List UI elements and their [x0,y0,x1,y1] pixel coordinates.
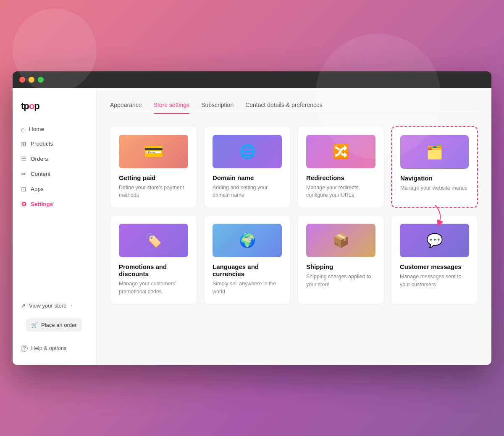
card-customer-desc: Manage messages sent to your customers [400,273,469,289]
card-languages-title: Languages and currencies [213,263,282,277]
cards-grid-row2: 🏷️ Promotions and discounts Manage your … [110,215,478,305]
view-store-label: View your store [29,303,66,309]
card-getting-paid-image: 💳 [119,135,188,168]
card-shipping-image: 📦 [306,224,375,257]
sidebar-item-content[interactable]: ✏ Content [13,167,96,182]
card-languages-desc: Simply sell anywhere in the world [213,280,282,296]
products-icon: ⊞ [21,140,26,148]
logo-accent: o [29,101,34,111]
card-promotions-image: 🏷️ [119,224,188,257]
sidebar-item-home[interactable]: ⌂ Home [13,122,96,136]
help-options-link[interactable]: ? Help & options [13,340,96,357]
card-promotions-title: Promotions and discounts [119,263,188,277]
close-button[interactable] [19,77,25,83]
card-navigation-image: 🗂️ [400,135,469,169]
card-customer-image: 💬 [400,224,469,257]
browser-titlebar [13,71,491,88]
apps-icon: ⊡ [21,185,26,193]
sidebar-item-content-label: Content [31,171,50,177]
main-content: Appearance Store settings Subscription C… [97,88,491,365]
tab-bar: Appearance Store settings Subscription C… [110,98,478,114]
browser-window: tpop ⌂ Home ⊞ Products ☰ Orders ✏ Conten… [13,71,491,365]
card-getting-paid-desc: Define your store's payment methods [119,184,188,200]
sidebar-item-settings-label: Settings [31,201,53,207]
content-icon: ✏ [21,170,26,178]
view-store-dot: • [71,303,72,308]
help-icon: ? [21,345,28,352]
card-customer-messages[interactable]: 💬 Customer messages Manage messages sent… [391,215,478,305]
sidebar-item-orders[interactable]: ☰ Orders [13,151,96,167]
card-domain-title: Domain name [213,174,282,181]
view-store-icon: ↗ [21,303,26,309]
card-promotions[interactable]: 🏷️ Promotions and discounts Manage your … [110,215,197,305]
sidebar-item-home-label: Home [29,126,44,132]
card-languages[interactable]: 🌍 Languages and currencies Simply sell a… [204,215,291,305]
card-shipping[interactable]: 📦 Shipping Shipping charges applied to y… [297,215,384,305]
card-domain-desc: Adding and setting your domain name [213,184,282,200]
card-shipping-desc: Shipping charges applied to your store [306,273,375,289]
logo: tpop [13,97,96,122]
settings-icon: ⚙ [21,201,26,208]
card-redirections-image: 🔀 [306,135,375,168]
place-order-label: Place an order [41,322,77,328]
card-getting-paid[interactable]: 💳 Getting paid Define your store's payme… [110,126,197,209]
card-navigation-title: Navigation [400,175,469,182]
sidebar-item-apps[interactable]: ⊡ Apps [13,182,96,197]
sidebar-item-apps-label: Apps [31,186,44,192]
card-navigation[interactable]: 🗂️ Navigation Manage your website menus [391,126,478,209]
place-order-button[interactable]: 🛒 Place an order [26,319,82,332]
app-content: tpop ⌂ Home ⊞ Products ☰ Orders ✏ Conten… [13,88,491,365]
card-navigation-desc: Manage your website menus [400,184,469,192]
card-redirections-title: Redirections [306,174,375,181]
home-icon: ⌂ [21,125,25,133]
card-getting-paid-title: Getting paid [119,174,188,181]
card-customer-title: Customer messages [400,263,469,270]
tab-subscription[interactable]: Subscription [201,98,234,114]
card-shipping-title: Shipping [306,263,375,270]
sidebar-item-orders-label: Orders [31,156,48,162]
help-label: Help & options [31,345,67,351]
maximize-button[interactable] [38,77,44,83]
orders-icon: ☰ [21,155,26,163]
place-order-icon: 🛒 [31,322,38,328]
card-languages-image: 🌍 [213,224,282,257]
card-redirections-desc: Manage your redirects, configure your UR… [306,184,375,200]
cards-grid-row1: 💳 Getting paid Define your store's payme… [110,126,478,209]
card-domain-image: 🌐 [213,135,282,168]
tab-appearance[interactable]: Appearance [110,98,142,114]
sidebar: tpop ⌂ Home ⊞ Products ☰ Orders ✏ Conten… [13,88,97,365]
minimize-button[interactable] [29,77,34,83]
sidebar-item-products-label: Products [31,141,53,147]
card-promotions-desc: Manage your customers' promotional codes [119,280,188,296]
sidebar-item-products[interactable]: ⊞ Products [13,136,96,151]
tab-store-settings[interactable]: Store settings [154,98,190,114]
card-redirections[interactable]: 🔀 Redirections Manage your redirects, co… [297,126,384,209]
card-domain-name[interactable]: 🌐 Domain name Adding and setting your do… [204,126,291,209]
annotation-arrow [422,205,447,226]
view-store-link[interactable]: ↗ View your store • [13,299,96,313]
tab-contact[interactable]: Contact details & preferences [245,98,323,114]
sidebar-item-settings[interactable]: ⚙ Settings [13,197,96,212]
